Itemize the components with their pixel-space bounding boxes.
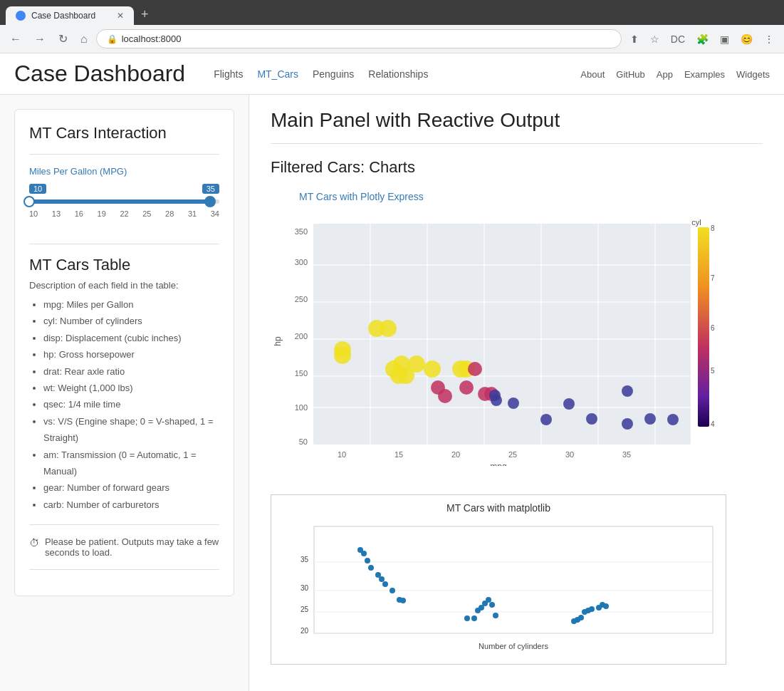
sidebar: MT Cars Interaction Miles Per Gallon (MP… bbox=[0, 95, 249, 691]
svg-point-59 bbox=[622, 385, 633, 397]
active-tab[interactable]: Case Dashboard ✕ bbox=[6, 6, 134, 25]
nav-penguins[interactable]: Penguins bbox=[313, 68, 354, 80]
field-hp: hp: Gross horsepower bbox=[43, 346, 219, 363]
tick-2: 13 bbox=[52, 209, 61, 218]
svg-text:8: 8 bbox=[711, 224, 715, 232]
main-panel: Main Panel with Reactive Output Filtered… bbox=[249, 95, 784, 691]
svg-text:mpg: mpg bbox=[490, 462, 506, 466]
field-qsec: qsec: 1/4 mile time bbox=[43, 396, 219, 412]
main-divider bbox=[271, 143, 763, 144]
tab-close-button[interactable]: ✕ bbox=[117, 11, 124, 21]
svg-text:hp: hp bbox=[273, 336, 283, 346]
slider-thumb-left[interactable] bbox=[23, 196, 35, 207]
reload-button[interactable]: ↻ bbox=[54, 29, 72, 48]
svg-point-82 bbox=[471, 615, 477, 621]
browser-nav-bar: ← → ↻ ⌂ 🔒 localhost:8000 ⬆ ☆ DC 🧩 ▣ 😊 ⋮ bbox=[0, 25, 784, 53]
back-button[interactable]: ← bbox=[6, 30, 26, 48]
divider-1 bbox=[29, 154, 219, 155]
svg-text:7: 7 bbox=[711, 274, 715, 282]
svg-text:15: 15 bbox=[394, 450, 403, 459]
field-mpg: mpg: Miles per Gallon bbox=[43, 296, 219, 313]
svg-point-73 bbox=[368, 565, 374, 571]
chart2-title: MT Cars with matplotlib bbox=[278, 502, 718, 514]
field-am: am: Transmission (0 = Automatic, 1 = Man… bbox=[43, 447, 219, 480]
tick-5: 22 bbox=[120, 209, 128, 218]
svg-point-61 bbox=[667, 414, 679, 425]
svg-point-58 bbox=[622, 418, 633, 430]
matplotlib-chart-wrapper: MT Cars with matplotlib 20 25 30 35 bbox=[271, 494, 763, 665]
subnav-examples[interactable]: Examples bbox=[684, 68, 725, 79]
subnav-github[interactable]: GitHub bbox=[616, 68, 644, 79]
svg-point-49 bbox=[468, 362, 482, 376]
address-bar[interactable]: 🔒 localhost:8000 bbox=[96, 29, 622, 48]
divider-3 bbox=[29, 524, 219, 525]
nav-mt-cars[interactable]: MT_Cars bbox=[257, 68, 298, 80]
slider-values: 10 35 bbox=[29, 184, 219, 194]
svg-point-78 bbox=[390, 588, 395, 593]
browser-tabs: Case Dashboard ✕ + bbox=[6, 4, 778, 25]
svg-text:250: 250 bbox=[295, 295, 308, 303]
share-button[interactable]: ⬆ bbox=[626, 31, 643, 48]
chart1-title: MT Cars with Plotly Express bbox=[299, 191, 763, 202]
notice-text: Please be patient. Outputs may take a fe… bbox=[45, 536, 219, 558]
app-title: Case Dashboard bbox=[14, 61, 185, 87]
extensions-button[interactable]: 🧩 bbox=[692, 31, 713, 48]
slider-value-low: 10 bbox=[29, 184, 46, 194]
slider-container: 10 35 10 13 16 19 22 25 bbox=[29, 184, 219, 232]
browser-action-buttons: ⬆ ☆ DC 🧩 ▣ 😊 ⋮ bbox=[626, 31, 778, 48]
tick-4: 19 bbox=[98, 209, 106, 218]
svg-text:30: 30 bbox=[565, 450, 574, 459]
field-disp: disp: Displacement (cubic inches) bbox=[43, 330, 219, 346]
svg-point-53 bbox=[491, 395, 502, 406]
svg-text:35: 35 bbox=[622, 450, 631, 459]
slider-track[interactable] bbox=[29, 199, 219, 204]
svg-text:5: 5 bbox=[711, 367, 715, 375]
app-body: MT Cars Interaction Miles Per Gallon (MP… bbox=[0, 95, 784, 691]
user-avatar-button[interactable]: 😊 bbox=[736, 31, 757, 48]
svg-point-80 bbox=[400, 598, 406, 603]
nav-flights[interactable]: Flights bbox=[214, 68, 243, 80]
mpg-slider-section: Miles Per Gallon (MPG) 10 35 10 13 16 bbox=[29, 166, 219, 232]
nav-relationships[interactable]: Relationships bbox=[368, 68, 428, 80]
tab-title: Case Dashboard bbox=[31, 11, 95, 21]
subnav-about[interactable]: About bbox=[580, 68, 605, 79]
svg-text:100: 100 bbox=[295, 403, 308, 412]
clock-icon: ⏱ bbox=[29, 537, 39, 549]
tick-8: 31 bbox=[188, 209, 197, 218]
bookmark-button[interactable]: ☆ bbox=[646, 31, 664, 48]
slider-thumb-right[interactable] bbox=[204, 196, 216, 207]
slider-fill bbox=[29, 199, 210, 204]
tick-7: 28 bbox=[165, 209, 174, 218]
subnav-widgets[interactable]: Widgets bbox=[736, 68, 770, 79]
matplotlib-scatter-chart: 20 25 30 35 bbox=[278, 519, 720, 655]
menu-button[interactable]: ⋮ bbox=[760, 31, 778, 48]
tab-favicon bbox=[16, 11, 26, 21]
svg-text:50: 50 bbox=[299, 437, 308, 446]
subnav-app[interactable]: App bbox=[657, 68, 673, 79]
svg-point-87 bbox=[489, 602, 495, 608]
divider-4 bbox=[29, 569, 219, 570]
svg-text:150: 150 bbox=[295, 369, 308, 378]
slider-label: Miles Per Gallon (MPG) bbox=[29, 166, 219, 177]
slider-value-high: 35 bbox=[202, 184, 219, 194]
svg-point-86 bbox=[486, 597, 491, 603]
forward-button[interactable]: → bbox=[30, 30, 50, 48]
svg-text:6: 6 bbox=[711, 324, 715, 332]
sidebar-toggle-button[interactable]: ▣ bbox=[716, 31, 733, 48]
sidebar-card-title: MT Cars Interaction bbox=[29, 124, 219, 142]
tick-6: 25 bbox=[142, 209, 151, 218]
svg-point-76 bbox=[379, 576, 385, 582]
loading-notice: ⏱ Please be patient. Outputs may take a … bbox=[29, 536, 219, 558]
divider-2 bbox=[29, 244, 219, 244]
new-tab-button[interactable]: + bbox=[135, 4, 155, 25]
main-nav: Flights MT_Cars Penguins Relationships bbox=[214, 68, 428, 80]
profile-button[interactable]: DC bbox=[667, 31, 689, 48]
field-carb: carb: Number of carburetors bbox=[43, 497, 219, 513]
svg-text:25: 25 bbox=[300, 606, 309, 613]
home-button[interactable]: ⌂ bbox=[76, 30, 92, 48]
app-header: Case Dashboard Flights MT_Cars Penguins … bbox=[0, 53, 784, 95]
lock-icon: 🔒 bbox=[107, 34, 117, 44]
tick-9: 34 bbox=[211, 209, 219, 218]
svg-text:350: 350 bbox=[295, 227, 308, 236]
svg-point-74 bbox=[361, 551, 367, 556]
